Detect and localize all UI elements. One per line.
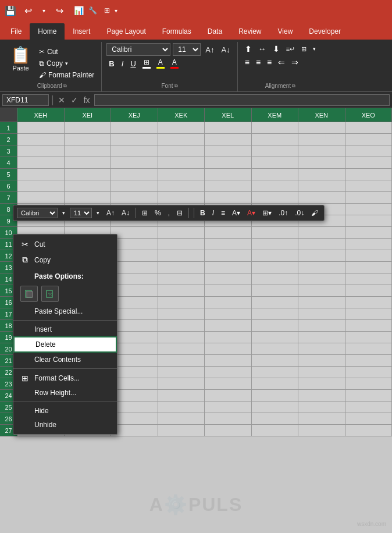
undo-dropdown-button[interactable]: ▾ <box>39 6 49 15</box>
cell[interactable] <box>252 413 299 425</box>
font-expand-icon[interactable]: ⧉ <box>174 83 178 89</box>
cell[interactable] <box>252 332 299 343</box>
ctx-insert[interactable]: Insert <box>13 322 117 336</box>
tab-file[interactable]: File <box>2 23 30 40</box>
col-header-xei[interactable]: XEI <box>65 108 112 122</box>
mini-font-color-btn[interactable]: A▾ <box>245 208 258 218</box>
mini-increase-font[interactable]: A↑ <box>104 208 117 218</box>
cell[interactable] <box>205 343 252 355</box>
mini-bold-btn[interactable]: B <box>198 208 208 218</box>
cell[interactable] <box>65 192 112 204</box>
cell[interactable] <box>158 180 205 192</box>
cell[interactable] <box>345 273 393 285</box>
clipboard-expand-icon[interactable]: ⧉ <box>63 83 67 89</box>
merge-button[interactable]: ⊞ <box>299 44 309 54</box>
cell[interactable] <box>345 413 393 425</box>
cell[interactable] <box>205 308 252 320</box>
paste-button[interactable]: 📋 Paste <box>7 44 34 80</box>
cell[interactable] <box>65 169 112 180</box>
cell[interactable] <box>111 192 158 204</box>
merge-dropdown-button[interactable]: ▾ <box>311 45 318 53</box>
cell[interactable] <box>345 425 393 436</box>
cell[interactable] <box>298 390 345 401</box>
font-name-select[interactable]: Calibri <box>106 43 170 56</box>
undo-button[interactable]: ↩ <box>21 4 35 17</box>
cell[interactable] <box>252 320 299 332</box>
cell[interactable] <box>298 355 345 367</box>
cell[interactable] <box>298 320 345 332</box>
accept-formula-button[interactable]: ✓ <box>69 95 80 105</box>
cell[interactable] <box>298 273 345 285</box>
cell[interactable] <box>205 145 252 157</box>
row-num-6[interactable]: 6 <box>0 180 17 192</box>
ctx-delete[interactable]: Delete <box>13 336 117 353</box>
row-num-2[interactable]: 2 <box>0 134 17 145</box>
cell[interactable] <box>252 157 299 169</box>
cell[interactable] <box>111 285 158 297</box>
row-num-5[interactable]: 5 <box>0 169 17 180</box>
cell[interactable] <box>111 320 158 332</box>
cell[interactable] <box>111 401 158 413</box>
cell[interactable] <box>252 145 299 157</box>
cell[interactable] <box>111 157 158 169</box>
cell[interactable] <box>205 367 252 378</box>
cell[interactable] <box>345 401 393 413</box>
cell[interactable] <box>111 227 158 239</box>
insert-function-button[interactable]: fx <box>82 95 92 105</box>
cell[interactable] <box>345 390 393 401</box>
cell[interactable] <box>111 297 158 308</box>
align-middle-button[interactable]: ↔ <box>256 43 269 55</box>
mini-format-btn[interactable]: ⊞ <box>140 208 150 218</box>
ctx-clear-contents[interactable]: Clear Contents <box>13 353 117 367</box>
cell[interactable] <box>252 227 299 239</box>
cell[interactable] <box>298 332 345 343</box>
cell[interactable] <box>17 157 65 169</box>
cell[interactable] <box>205 378 252 390</box>
cell[interactable] <box>111 145 158 157</box>
cell[interactable] <box>298 308 345 320</box>
row-num-3[interactable]: 3 <box>0 145 17 157</box>
tab-developer[interactable]: Developer <box>301 23 349 40</box>
ctx-copy[interactable]: ⧉ Copy <box>13 252 117 268</box>
cell[interactable] <box>158 157 205 169</box>
cell[interactable] <box>345 285 393 297</box>
cut-button[interactable]: ✂ Cut <box>37 47 97 57</box>
cell[interactable] <box>345 332 393 343</box>
bold-button[interactable]: B <box>106 58 116 69</box>
cell[interactable] <box>205 425 252 436</box>
ctx-format-cells[interactable]: ⊞ Format Cells... <box>13 371 117 386</box>
cell[interactable] <box>252 180 299 192</box>
row-num-7[interactable]: 7 <box>0 192 17 204</box>
cell[interactable] <box>158 308 205 320</box>
cell[interactable] <box>158 192 205 204</box>
cell[interactable] <box>252 390 299 401</box>
col-header-xek[interactable]: XEK <box>158 108 205 122</box>
cell[interactable] <box>345 180 393 192</box>
cell[interactable] <box>252 262 299 273</box>
indent-decrease-button[interactable]: ⇐ <box>276 56 287 68</box>
cell[interactable] <box>158 273 205 285</box>
cell[interactable] <box>111 390 158 401</box>
cell[interactable] <box>345 157 393 169</box>
cell[interactable] <box>158 134 205 145</box>
mini-comma-btn[interactable]: , <box>166 208 172 218</box>
cell[interactable] <box>345 134 393 145</box>
cancel-formula-button[interactable]: ✕ <box>56 95 67 105</box>
mini-border-btn[interactable]: ⊞▾ <box>260 208 274 218</box>
cell[interactable] <box>205 262 252 273</box>
col-header-xeo[interactable]: XEO <box>345 108 393 122</box>
cell[interactable] <box>65 145 112 157</box>
tab-data[interactable]: Data <box>199 23 230 40</box>
cell[interactable] <box>298 262 345 273</box>
cell[interactable] <box>158 343 205 355</box>
cell[interactable] <box>17 145 65 157</box>
cell[interactable] <box>252 297 299 308</box>
cell[interactable] <box>158 401 205 413</box>
cell[interactable] <box>111 262 158 273</box>
cell[interactable] <box>298 192 345 204</box>
paste-opt-1[interactable] <box>20 286 38 302</box>
mini-decrease-font[interactable]: A↓ <box>119 208 132 218</box>
tab-formulas[interactable]: Formulas <box>154 23 199 40</box>
align-left-button[interactable]: ≡ <box>243 56 252 68</box>
row-num-4[interactable]: 4 <box>0 157 17 169</box>
